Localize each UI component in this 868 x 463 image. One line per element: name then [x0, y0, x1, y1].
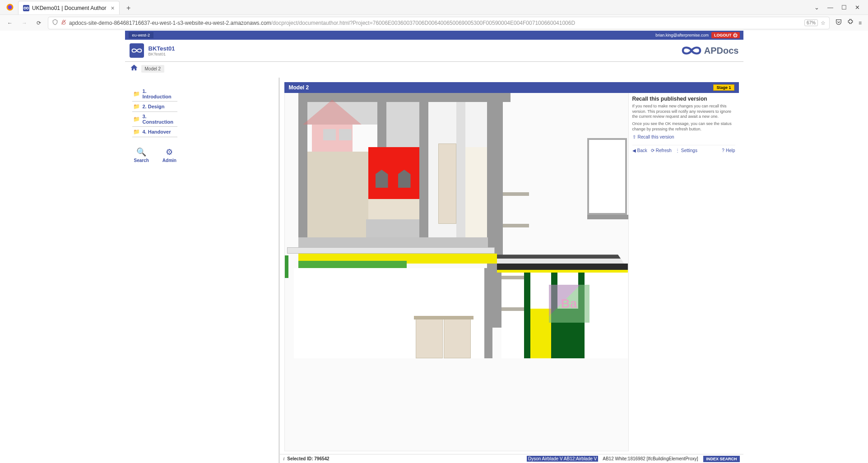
tab-title: UKDemo01 | Document Author — [32, 5, 107, 11]
firefox-icon — [2, 0, 18, 14]
toolbar-right-icons: ≡ — [833, 19, 863, 27]
svg-point-1 — [8, 5, 12, 9]
window-controls: ⌄ — ☐ ✕ — [808, 4, 866, 11]
url-text: apdocs-site-demo-864681716637-eu-west-1-… — [69, 20, 802, 26]
title-bar: UKDemo01 | Document Author × + ⌄ — ☐ ✕ — [0, 0, 868, 14]
maximize-icon[interactable]: ☐ — [841, 4, 847, 11]
tab-strip: UKDemo01 | Document Author × + — [18, 0, 808, 14]
tab-favicon — [23, 5, 29, 11]
bookmark-star-icon[interactable]: ☆ — [821, 20, 826, 26]
lock-icon — [61, 19, 66, 26]
url-bar[interactable]: apdocs-site-demo-864681716637-eu-west-1-… — [48, 17, 830, 29]
forward-button: → — [19, 18, 30, 28]
browser-tab-active[interactable]: UKDemo01 | Document Author × — [18, 1, 120, 14]
new-tab-button[interactable]: + — [122, 2, 135, 14]
page-viewport: eu-west-2 brian.king@afterpremise.com LO… — [0, 31, 868, 31]
minimize-icon[interactable]: — — [827, 4, 833, 11]
back-button[interactable]: ← — [5, 18, 15, 28]
shield-icon — [52, 19, 58, 27]
nav-bar: ← → ⟳ apdocs-site-demo-864681716637-eu-w… — [0, 14, 868, 31]
menu-icon[interactable]: ≡ — [859, 20, 862, 26]
top-ribbon: eu-west-2 brian.king@afterpremise.com LO… — [125, 31, 743, 31]
browser-chrome: UKDemo01 | Document Author × + ⌄ — ☐ ✕ ←… — [0, 0, 868, 31]
tab-close-icon[interactable]: × — [111, 5, 115, 12]
close-window-icon[interactable]: ✕ — [855, 4, 860, 11]
reload-button[interactable]: ⟳ — [33, 18, 44, 28]
pocket-icon[interactable] — [835, 19, 842, 27]
zoom-level[interactable]: 67% — [804, 19, 818, 26]
extensions-icon[interactable] — [847, 19, 854, 27]
dropdown-icon[interactable]: ⌄ — [814, 4, 819, 11]
